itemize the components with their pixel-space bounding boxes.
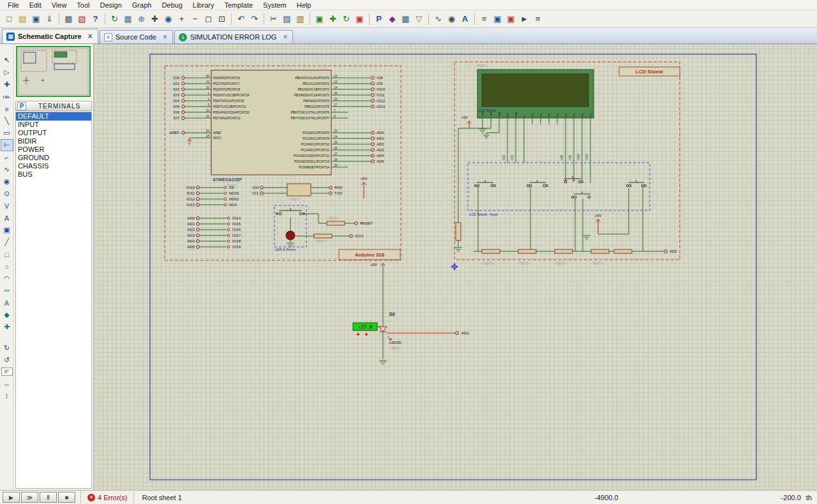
mirror-vertical-button[interactable]: ↕ [1, 389, 13, 401]
bus-mode-button[interactable]: ╲ [1, 115, 13, 127]
terminal-symbol[interactable] [182, 117, 185, 120]
terminal-item-output[interactable]: OUTPUT [16, 129, 91, 137]
tab-source-code[interactable]: ≡ Source Code × [100, 30, 173, 43]
menu-help[interactable]: Help [292, 1, 317, 10]
graphics-path-mode-button[interactable]: ∾ [1, 285, 13, 297]
terminal-symbol[interactable] [371, 137, 375, 140]
lcd-pin[interactable]: E [523, 115, 526, 124]
resistor[interactable] [591, 249, 609, 253]
false-origin-button[interactable]: ⊕ [135, 12, 148, 26]
menu-debug[interactable]: Debug [156, 1, 187, 10]
stop-simulation-button[interactable]: ■ [58, 492, 75, 503]
close-tab-icon[interactable]: × [283, 33, 287, 41]
terminal-symbol[interactable] [371, 149, 375, 152]
menu-edit[interactable]: Edit [24, 1, 47, 10]
graphics-line-mode-button[interactable]: ╱ [1, 236, 13, 248]
undo-button[interactable]: ↶ [234, 12, 248, 26]
paste-button[interactable]: ▥ [294, 12, 307, 26]
current-probe-mode-button[interactable]: A [1, 212, 13, 224]
close-tab-icon[interactable]: × [88, 32, 93, 41]
terminal-symbol[interactable] [371, 105, 375, 108]
help-button[interactable]: ? [89, 12, 102, 26]
key-pushbutton[interactable] [527, 180, 548, 187]
search-tag-button[interactable]: ◉ [445, 12, 458, 26]
block-move-button[interactable]: ✚ [326, 12, 340, 26]
terminal-symbol[interactable] [371, 131, 375, 135]
analog-row[interactable]: AD2 IO16 [187, 228, 241, 232]
exec-script-button[interactable]: ≡ [531, 12, 544, 26]
terminal-symbol[interactable] [182, 94, 185, 97]
menu-view[interactable]: View [47, 1, 72, 10]
graphics-circle-mode-button[interactable]: ○ [1, 260, 13, 272]
spi-row[interactable]: IO13 SCK [186, 203, 237, 207]
generator-mode-button[interactable]: ⊙ [1, 188, 13, 200]
spi-row[interactable]: IO12 MISO [186, 197, 239, 201]
lcd-display[interactable]: LCD Shield VSS VDD VEE [477, 70, 594, 124]
key-pushbutton[interactable] [571, 191, 590, 198]
reset-pushbutton[interactable] [276, 208, 304, 215]
redraw-button[interactable]: ↻ [108, 12, 121, 26]
resistor-vertical[interactable] [456, 223, 461, 241]
graphics-symbol-mode-button[interactable]: ◆ [1, 309, 13, 321]
spi-row[interactable]: IO11 MOSI [186, 191, 239, 195]
design-explorer-button[interactable]: ≡ [477, 12, 491, 26]
close-tab-icon[interactable]: × [163, 33, 167, 41]
key-resistor-ladder[interactable]: AD0 [474, 187, 677, 253]
mcu-body[interactable] [211, 70, 331, 175]
new-sheet-button[interactable]: ▣ [491, 12, 504, 26]
packaging-tool-button[interactable]: ▦ [399, 12, 412, 26]
block-rotate-button[interactable]: ↻ [340, 12, 353, 26]
overview-minimap[interactable] [16, 46, 91, 97]
save-project-button[interactable]: ▣ [29, 12, 43, 26]
pause-simulation-button[interactable]: ‖ [40, 492, 57, 503]
menu-file[interactable]: File [3, 1, 24, 10]
step-simulation-button[interactable]: ≫ [21, 492, 38, 503]
zoom-in-button[interactable]: + [175, 12, 188, 26]
plus5v-serial[interactable]: +5V [361, 177, 368, 198]
resistor[interactable] [314, 234, 332, 238]
terminal-symbol[interactable] [371, 82, 375, 85]
arduino-328-subcircuit[interactable]: Arduino 328 ATMEGA328P <TEXT> IO0 [165, 66, 401, 260]
schematic-canvas[interactable]: Arduino 328 ATMEGA328P <TEXT> IO0 [94, 44, 817, 490]
make-device-button[interactable]: ◆ [386, 12, 399, 26]
new-project-button[interactable]: □ [3, 12, 16, 26]
resistor[interactable] [327, 221, 345, 225]
wire-label[interactable]: IO10 [576, 153, 580, 160]
pick-parts-button[interactable]: P [372, 12, 386, 26]
menu-tool[interactable]: Tool [71, 1, 94, 10]
voltage-probe-mode-button[interactable]: V [1, 200, 13, 212]
terminal-symbol[interactable] [182, 88, 185, 91]
component-mode-button[interactable]: ▷ [1, 66, 13, 78]
schematic-svg[interactable]: Arduino 328 ATMEGA328P <TEXT> IO0 [94, 44, 817, 490]
wire-label-mode-button[interactable]: LBL [1, 91, 13, 103]
wire-label[interactable]: IO11 [585, 153, 588, 160]
copy-button[interactable]: ▤ [280, 12, 294, 26]
remove-sheet-button[interactable]: ▣ [504, 12, 518, 26]
menu-template[interactable]: Template [219, 1, 258, 10]
terminal-item-bidir[interactable]: BIDIR [16, 137, 91, 145]
terminal-symbol[interactable] [182, 105, 185, 108]
terminal-symbol[interactable] [182, 82, 185, 85]
lcd-pin[interactable]: D3 [556, 113, 559, 124]
wire-autorouter-button[interactable]: ∿ [431, 12, 445, 26]
rotate-anticlockwise-button[interactable]: ↺ [1, 354, 13, 366]
decompose-button[interactable]: ▽ [412, 12, 426, 26]
open-project-button[interactable]: ▤ [16, 12, 29, 26]
wire-label[interactable]: IO2 [502, 155, 506, 160]
resistor[interactable] [518, 249, 536, 253]
lcd-shield-subcircuit[interactable]: LCD Shield <TEXT> LCD Shield VSS [454, 62, 680, 265]
analog-row[interactable]: AD0 IO14 [187, 216, 241, 220]
terminal-symbol[interactable] [182, 100, 185, 103]
redo-button[interactable]: ↷ [248, 12, 261, 26]
led-reset-block[interactable]: LED & Reset [274, 205, 306, 251]
terminal-item-ground[interactable]: GROUND [16, 154, 91, 162]
wire-label[interactable]: IO8 [560, 155, 564, 160]
key-pushbutton[interactable] [474, 180, 495, 187]
virtual-instruments-mode-button[interactable]: ▣ [1, 224, 13, 236]
atmega328p-chip[interactable]: ATMEGA328P <TEXT> IO0 30 PD0/RXD/PCINT16 [169, 70, 386, 188]
subcircuit-mode-button[interactable]: ▭ [1, 127, 13, 139]
error-indicator[interactable]: ✕ 4 Error(s) [80, 491, 134, 504]
error-count[interactable]: 4 Error(s) [98, 494, 127, 501]
terminal-item-input[interactable]: INPUT [16, 121, 91, 129]
center-at-cursor-button[interactable]: ◉ [161, 12, 175, 26]
